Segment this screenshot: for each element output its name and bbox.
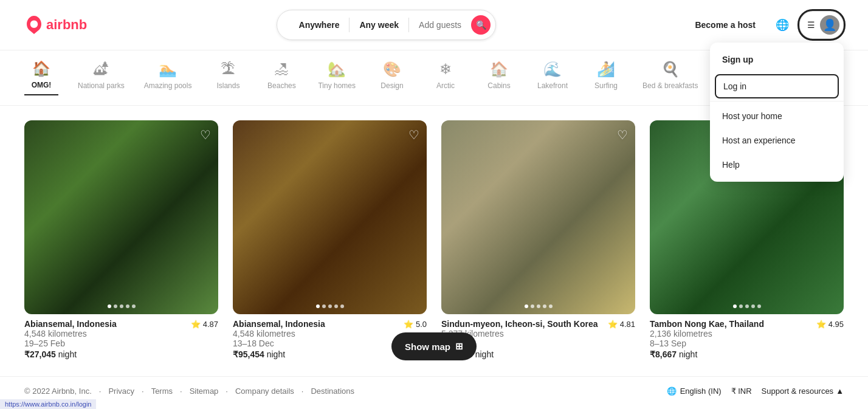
listing-title: Tambon Nong Kae, Thailand [650,319,764,329]
category-label: Surfing [594,81,618,90]
listing-rating: ⭐ 5.0 [404,320,427,329]
dropdown-help[interactable]: Help [710,153,844,177]
footer-privacy-link[interactable]: Privacy [108,387,134,396]
category-icon: 🏖 [274,61,289,78]
footer-destinations-link[interactable]: Destinations [311,387,354,396]
img-dot [751,304,755,308]
footer-copyright: © 2022 Airbnb, Inc. [24,387,92,396]
img-dot [531,304,534,308]
footer-language-button[interactable]: 🌐 English (IN) [667,387,722,396]
show-map-label: Show map [405,342,450,352]
category-design[interactable]: 🎨 Design [375,61,409,95]
category-icon: 🏕 [94,61,108,78]
logo[interactable]: airbnb [24,15,87,35]
category-cabins[interactable]: 🏠 Cabins [482,61,516,95]
wishlist-button[interactable]: ♡ [200,128,211,142]
dropdown-host-experience[interactable]: Host an experience [710,128,844,153]
footer-dot-2: · [142,387,144,396]
category-amazing-pools[interactable]: 🏊 Amazing pools [144,61,192,95]
search-bar[interactable]: Anywhere Any week Add guests 🔍 [277,10,497,40]
category-icon: 🎨 [383,61,401,78]
wishlist-button[interactable]: ♡ [408,128,419,142]
footer-currency-button[interactable]: ₹ INR [731,387,752,396]
user-menu-button[interactable]: ☰ 👤 [799,11,844,39]
image-dots [733,304,761,308]
img-dot [549,304,553,308]
show-map-button[interactable]: Show map ⊞ [391,332,477,360]
category-icon: 🍳 [661,61,680,78]
language-button[interactable]: 🌐 [770,13,794,37]
category-label: Lakefront [537,81,568,90]
listing-title-row: Abiansemal, Indonesia ⭐ 4.87 [24,319,218,329]
category-beaches[interactable]: 🏖 Beaches [264,61,298,95]
dropdown-signup[interactable]: Sign up [710,47,844,72]
search-dates[interactable]: Any week [350,20,408,30]
category-bed-&-breakfasts[interactable]: 🍳 Bed & breakfasts [642,61,698,95]
img-dot [733,304,737,308]
category-surfing[interactable]: 🏄 Surfing [589,61,623,95]
category-label: Amazing pools [144,81,192,90]
footer-dot-3: · [180,387,182,396]
listing-title: Abiansemal, Indonesia [24,319,117,329]
img-dot [108,304,111,308]
listing-title: Sindun-myeon, Icheon-si, South Korea [441,319,598,329]
category-label: Cabins [487,81,510,90]
image-dots [316,304,344,308]
category-omg![interactable]: 🏠 OMG! [24,60,58,95]
listing-title: Abiansemal, Indonesia [233,319,325,329]
listing-price: ₹27,045 night [24,349,218,359]
url-text: https://www.airbnb.co.in/login [5,400,91,405]
category-lakefront[interactable]: 🌊 Lakefront [536,61,570,95]
logo-text: airbnb [46,17,87,33]
img-dot [757,304,761,308]
listing-title-row: Tambon Nong Kae, Thailand ⭐ 4.95 [650,319,844,329]
category-label: OMG! [32,81,52,89]
wishlist-button[interactable]: ♡ [617,128,628,142]
listing-rating: ⭐ 4.81 [608,320,635,329]
footer-globe-icon: 🌐 [667,387,677,396]
show-map-container: Show map ⊞ [391,332,477,360]
dropdown-login[interactable]: Log in [715,74,839,98]
listing-card[interactable]: ♡ Abiansemal, Indonesia ⭐ 4.87 4,548 kil… [24,120,218,362]
footer-terms-link[interactable]: Terms [151,387,173,396]
search-location[interactable]: Anywhere [289,20,350,30]
hamburger-icon: ☰ [807,20,815,30]
header-right: Become a host 🌐 ☰ 👤 [685,11,844,39]
category-national-parks[interactable]: 🏕 National parks [78,61,125,95]
img-dot [340,304,344,308]
category-arctic[interactable]: ❄ Arctic [429,61,463,95]
category-label: Tiny homes [318,81,356,90]
listing-card[interactable]: ♡ Abiansemal, Indonesia ⭐ 5.0 4,548 kilo… [233,120,427,362]
img-dot [316,304,320,308]
img-dot [537,304,540,308]
footer-chevron-up-icon: ▲ [836,387,844,396]
dropdown-host-home[interactable]: Host your home [710,104,844,128]
search-guests[interactable]: Add guests [409,20,471,30]
listing-rating: ⭐ 4.87 [191,320,218,329]
category-icon: 🏝 [221,61,235,78]
img-dot [126,304,129,308]
img-dot [120,304,123,308]
search-button[interactable]: 🔍 [471,15,491,35]
category-icon: 🏊 [159,61,177,78]
image-dots [108,304,136,308]
url-bar: https://www.airbnb.co.in/login [0,399,96,405]
img-dot [739,304,743,308]
listing-card[interactable]: ♡ Sindun-myeon, Icheon-si, South Korea ⭐… [441,120,635,362]
category-tiny-homes[interactable]: 🏡 Tiny homes [318,61,356,95]
footer-company-link[interactable]: Company details [235,387,294,396]
category-icon: 🌊 [543,61,562,78]
become-host-link[interactable]: Become a host [685,13,765,37]
listing-info: Tambon Nong Kae, Thailand ⭐ 4.95 2,136 k… [650,314,844,362]
category-islands[interactable]: 🏝 Islands [211,61,245,95]
listing-distance: 4,548 kilometres [24,329,218,339]
footer-dot-5: · [301,387,304,396]
category-icon: 🏡 [328,61,346,78]
category-icon: 🏠 [490,61,508,78]
map-icon: ⊞ [455,341,463,352]
listing-title-row: Sindun-myeon, Icheon-si, South Korea ⭐ 4… [441,319,635,329]
footer-support-button[interactable]: Support & resources ▲ [762,387,844,396]
listing-image: ♡ [24,120,218,314]
footer-right: 🌐 English (IN) ₹ INR Support & resources… [667,387,844,396]
footer-sitemap-link[interactable]: Sitemap [190,387,219,396]
